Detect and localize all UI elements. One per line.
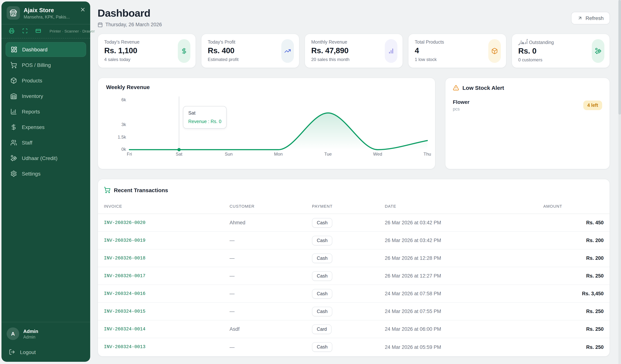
sidebar-item-settings[interactable]: Settings [5,166,86,181]
invoice-link[interactable]: INV-260324-0015 [104,309,230,314]
invoice-link[interactable]: INV-260326-0018 [104,256,230,261]
tooltip-day: Sat [188,110,221,116]
y-tick: 1.5k [98,134,126,139]
payment-badge: Cash [312,253,332,263]
invoice-link[interactable]: INV-260324-0013 [104,344,230,349]
dollar-icon [178,39,190,63]
stat-value: Rs. 47,890 [311,46,397,55]
area-fill [129,113,427,150]
sidebar-item-expenses[interactable]: Expenses [5,120,86,134]
amount-cell: Rs. 200 [540,238,604,243]
store-name: Ajaix Store [24,7,70,14]
transactions-title: Recent Transactions [114,187,168,193]
col-date: DATE [385,204,540,208]
sidebar-item-udhaar-credit[interactable]: Udhaar (Credit) [5,151,86,165]
amount-cell: Rs. 250 [540,309,604,314]
chart-title: Weekly Revenue [106,84,150,90]
sidebar: Ajaix Store Mansehra, KPK, Pakis... Prin… [1,1,90,362]
hand-coins-icon [10,155,17,162]
stat-value: Rs. 400 [208,46,293,55]
user-block: A Admin Admin [7,327,85,340]
store-icon [10,9,17,17]
drawer-icon [35,28,41,34]
stat-sub: Estimated profit [208,57,293,62]
stat-value: Rs. 1,100 [104,46,190,55]
payment-badge: Card [312,324,332,334]
payment-badge: Cash [312,271,332,281]
logout-button[interactable]: Logout [7,345,85,358]
sidebar-item-reports[interactable]: Reports [5,104,86,119]
table-row: INV-260324-0013 — Cash 24 Mar 2026 at 05… [98,338,610,356]
recent-transactions-card: Recent Transactions INVOICE CUSTOMER PAY… [98,179,610,357]
table-row: INV-260326-0020 Ahmed Cash 26 Mar 2026 a… [98,214,610,232]
stat-sub: 20 sales this month [311,57,397,62]
table-header-row: INVOICE CUSTOMER PAYMENT DATE AMOUNT [98,199,610,214]
refresh-label: Refresh [586,15,604,21]
scanner-icon [22,28,28,34]
printer-icon [9,28,14,34]
stat-label: Today's Profit [208,40,293,45]
customer-cell: — [230,344,312,350]
x-tick: Sat [166,151,192,157]
sidebar-item-pos-billing[interactable]: POS / Billing [5,58,86,72]
sidebar-nav: Dashboard POS / Billing Products Invento… [1,38,90,185]
sidebar-item-label: Products [22,78,42,83]
chart-column-icon [10,108,17,115]
payment-badge: Cash [312,307,332,316]
package-icon [10,77,17,84]
invoice-link[interactable]: INV-260326-0019 [104,238,230,243]
low-stock-card: Low Stock Alert Flower pcs 4 left [445,78,610,169]
table-row: INV-260326-0018 — Cash 26 Mar 2026 at 12… [98,249,610,267]
store-logo [7,6,20,20]
invoice-link[interactable]: INV-260326-0017 [104,273,230,279]
customer-cell: Ahmed [230,220,312,225]
bar-chart-icon [385,39,397,63]
amount-cell: Rs. 250 [540,273,604,279]
stat-card-udhaar-outstanding: اُدھار Outstanding Rs. 0 0 customers [512,34,610,68]
x-tick: Sun [216,151,242,157]
store-location: Mansehra, KPK, Pakis... [24,15,70,19]
close-icon[interactable] [80,7,86,13]
col-invoice: INVOICE [104,204,230,208]
sidebar-item-label: Inventory [22,93,43,99]
x-tick: Fri [116,151,142,157]
date-cell: 24 Mar 2026 at 06:00 PM [385,326,540,332]
active-point-dot [177,148,181,151]
sidebar-item-products[interactable]: Products [5,73,86,88]
date-cell: 26 Mar 2026 at 12:28 PM [385,255,540,261]
app-window: Ajaix Store Mansehra, KPK, Pakis... Prin… [0,0,621,364]
col-payment: PAYMENT [312,204,385,208]
scrollbar-thumb[interactable] [619,0,621,115]
sidebar-item-label: Staff [22,140,32,146]
stat-label: Today's Revenue [104,40,190,45]
weekly-revenue-chart: Weekly Revenue 6k 3k 1.5k 0k Fri Sat Sun… [98,78,435,169]
device-status-bar: Printer · Scanner · Drawer [1,24,90,38]
customer-cell: — [230,291,312,296]
amount-cell: Rs. 3,450 [540,291,604,296]
sidebar-item-staff[interactable]: Staff [5,135,86,150]
invoice-link[interactable]: INV-260326-0020 [104,220,230,225]
refresh-button[interactable]: Refresh [571,12,610,24]
sidebar-footer: A Admin Admin Logout [1,322,90,362]
date-cell: 24 Mar 2026 at 07:58 PM [385,291,540,296]
date-cell: 26 Mar 2026 at 03:42 PM [385,238,540,243]
stat-sub: 4 sales today [104,57,190,62]
table-row: INV-260324-0015 — Cash 24 Mar 2026 at 07… [98,303,610,320]
stat-card-total-products: Total Products 4 1 low stock [408,34,506,68]
store-meta: Ajaix Store Mansehra, KPK, Pakis... [24,7,70,19]
customer-cell: — [230,238,312,243]
vertical-scrollbar[interactable] [619,0,621,364]
invoice-link[interactable]: INV-260324-0014 [104,327,230,332]
stat-label: Monthly Revenue [311,40,397,45]
date-cell: 26 Mar 2026 at 03:42 PM [385,220,540,225]
stat-value: Rs. 0 [518,47,604,55]
col-customer: CUSTOMER [230,204,312,208]
invoice-link[interactable]: INV-260324-0016 [104,291,230,296]
revenue-line [129,113,427,150]
sidebar-item-dashboard[interactable]: Dashboard [5,42,86,57]
stat-label: Total Products [415,40,500,45]
sidebar-item-inventory[interactable]: Inventory [5,89,86,103]
table-row: INV-260324-0014 Asdf Card 24 Mar 2026 at… [98,320,610,338]
sidebar-item-label: Reports [22,109,40,115]
trending-up-icon [281,39,294,63]
